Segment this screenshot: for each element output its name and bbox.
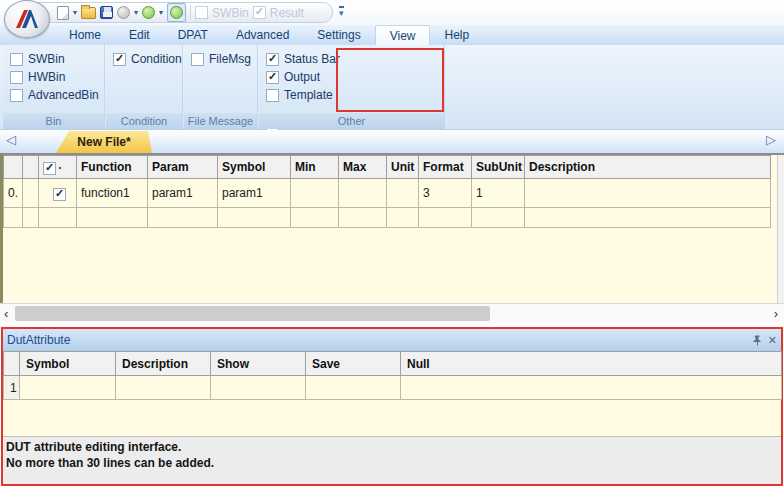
tab-home[interactable]: Home (55, 25, 115, 45)
qat-customize-icon[interactable]: ▾ (339, 6, 344, 18)
advancedbin-label: AdvancedBin (28, 88, 99, 102)
row0-min-cell[interactable] (291, 179, 339, 208)
row0-function-cell[interactable]: function1 (77, 179, 148, 208)
filemsg-checkbox[interactable] (191, 53, 204, 66)
title-bar: ▾ ▾ ▾ SWBin Result ▾ (0, 0, 784, 25)
tab-help[interactable]: Help (430, 25, 483, 45)
table-row: 0. function1 param1 param1 3 1 (4, 179, 771, 208)
row0-unit-cell[interactable] (387, 179, 419, 208)
tab-scroll-right-icon[interactable]: ▷ (766, 133, 776, 146)
dutattribute-panel: DutAttribute ✕ Symbol Description Show S… (1, 327, 783, 486)
run-green-dropdown-icon[interactable]: ▾ (159, 9, 163, 17)
row1-max-cell[interactable] (339, 208, 387, 228)
row0-format-cell[interactable]: 3 (419, 179, 472, 208)
select-all-checkbox[interactable] (43, 162, 56, 175)
row1-format-cell[interactable] (419, 208, 472, 228)
row1-number (4, 208, 23, 228)
open-file-icon[interactable] (81, 4, 96, 21)
horizontal-scrollbar[interactable]: ‹ › (0, 303, 784, 323)
swbin-checkbox[interactable] (195, 6, 208, 19)
column-header-max: Max (339, 156, 387, 179)
template-label: Template (284, 88, 333, 102)
group-caption-filemessage: File Message (184, 113, 257, 129)
tab-view[interactable]: View (375, 25, 431, 45)
output-checkbox[interactable] (266, 71, 279, 84)
ribbon-item-advancedbin[interactable]: AdvancedBin (10, 88, 104, 102)
header-rownum (4, 156, 23, 179)
swbin-view-label: SWBin (28, 52, 65, 66)
row0-checkbox[interactable] (53, 188, 66, 201)
dut-header-rownum (4, 352, 20, 376)
ribbon-item-hwbin[interactable]: HWBin (10, 70, 104, 84)
tab-scroll-left-icon[interactable]: ◁ (6, 133, 16, 146)
row0-spare-cell[interactable] (23, 179, 39, 208)
save-file-icon[interactable] (100, 4, 113, 21)
highlight-box-dut-attribute (336, 48, 444, 112)
ribbon-item-swbin[interactable]: SWBin (10, 52, 104, 66)
template-checkbox[interactable] (266, 89, 279, 102)
dut-row1-symbol-cell[interactable] (20, 376, 116, 400)
close-icon[interactable]: ✕ (768, 334, 777, 347)
tab-settings[interactable]: Settings (303, 25, 374, 45)
swbin-view-checkbox[interactable] (10, 53, 23, 66)
ribbon-item-filemsg[interactable]: FileMsg (191, 52, 257, 66)
dut-row1-show-cell[interactable] (211, 376, 306, 400)
tab-edit[interactable]: Edit (115, 25, 164, 45)
statusbar-checkbox[interactable] (266, 53, 279, 66)
run-gray-icon[interactable] (117, 4, 130, 21)
dut-row1-save-cell[interactable] (306, 376, 401, 400)
scrollbar-thumb[interactable] (15, 306, 490, 321)
column-header-subunit: SubUnit (472, 156, 525, 179)
qat-result-toggle[interactable]: Result (253, 6, 304, 20)
advancedbin-checkbox[interactable] (10, 89, 23, 102)
run-green-toggle-button[interactable] (167, 3, 186, 22)
qat-swbin-toggle[interactable]: SWBin (195, 6, 249, 20)
dutattribute-panel-titlebar: DutAttribute ✕ (3, 329, 781, 351)
row1-unit-cell[interactable] (387, 208, 419, 228)
row1-min-cell[interactable] (291, 208, 339, 228)
row1-checkbox-cell[interactable] (39, 208, 77, 228)
row1-spare-cell[interactable] (23, 208, 39, 228)
run-green-icon[interactable] (142, 4, 155, 21)
row1-subunit-cell[interactable] (472, 208, 525, 228)
tab-advanced[interactable]: Advanced (222, 25, 303, 45)
column-header-min: Min (291, 156, 339, 179)
row1-description-cell[interactable] (525, 208, 771, 228)
new-file-icon[interactable] (57, 4, 69, 21)
vertical-scrollbar[interactable] (777, 155, 784, 303)
dut-row1-description-cell[interactable] (116, 376, 211, 400)
row0-checkbox-cell (39, 179, 77, 208)
row1-symbol-cell[interactable] (218, 208, 291, 228)
result-checkbox[interactable] (253, 6, 266, 19)
dut-column-header-symbol: Symbol (20, 352, 116, 376)
dut-row1-null-cell[interactable] (401, 376, 782, 400)
hwbin-checkbox[interactable] (10, 71, 23, 84)
row0-subunit-cell[interactable]: 1 (472, 179, 525, 208)
swbin-label: SWBin (212, 6, 249, 20)
app-window: ▾ ▾ ▾ SWBin Result ▾ Home (0, 0, 784, 488)
menu-bar: Home Edit DPAT Advanced Settings View He… (0, 25, 784, 45)
row0-description-cell[interactable] (525, 179, 771, 208)
condition-checkbox[interactable] (113, 53, 126, 66)
run-gray-dropdown-icon[interactable]: ▾ (134, 9, 138, 17)
ribbon: SWBin HWBin AdvancedBin Bin Condition (0, 45, 784, 130)
new-file-dropdown-icon[interactable]: ▾ (73, 9, 77, 17)
row1-function-cell[interactable] (77, 208, 148, 228)
statusbar-label: Status Bar (284, 52, 340, 66)
app-logo-button[interactable] (4, 0, 50, 38)
row1-param-cell[interactable] (148, 208, 218, 228)
pin-icon[interactable] (753, 335, 762, 346)
row0-max-cell[interactable] (339, 179, 387, 208)
row0-symbol-cell[interactable]: param1 (218, 179, 291, 208)
ribbon-item-condition[interactable]: Condition (113, 52, 182, 66)
scroll-left-icon[interactable]: ‹ (4, 306, 8, 321)
row0-number: 0. (4, 179, 23, 208)
document-tab-newfile[interactable]: New File* (56, 131, 152, 153)
dutattribute-table: Symbol Description Show Save Null 1 (3, 351, 782, 400)
dutattribute-panel-title: DutAttribute (7, 333, 70, 347)
row0-param-cell[interactable]: param1 (148, 179, 218, 208)
scroll-right-icon[interactable]: › (774, 306, 778, 321)
tab-dpat[interactable]: DPAT (164, 25, 222, 45)
group-caption-bin: Bin (3, 113, 104, 129)
group-caption-other: Other (259, 113, 444, 129)
